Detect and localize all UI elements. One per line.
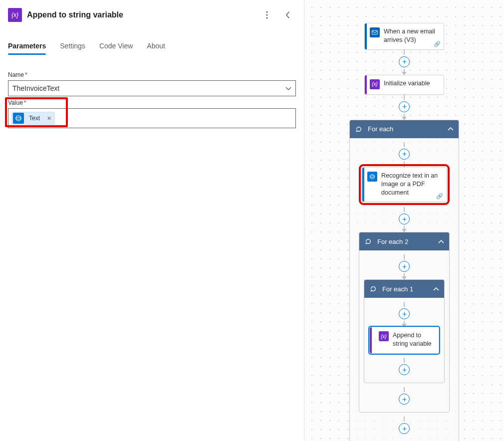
scope-title: For each 1 xyxy=(382,285,428,293)
chevron-down-icon xyxy=(285,84,291,92)
node-title: Recognize text in an image or a PDF docu… xyxy=(381,172,441,197)
tab-code-view[interactable]: Code View xyxy=(99,39,133,54)
value-field-label: Value* xyxy=(8,99,296,106)
tab-parameters[interactable]: Parameters xyxy=(8,39,46,54)
vertical-dots-icon xyxy=(266,11,268,19)
add-step-button[interactable]: ＋ xyxy=(399,56,410,67)
scope-for-each-1: For each 1 ＋ ⋮⋮ {x} xyxy=(364,279,445,383)
chevron-up-icon xyxy=(438,238,444,245)
add-step-button[interactable]: ＋ xyxy=(399,423,410,434)
name-field-label: Name* xyxy=(8,71,296,78)
link-icon: 🔗 xyxy=(434,41,441,47)
tab-about[interactable]: About xyxy=(147,39,165,54)
flow-canvas[interactable]: When a new email arrives (V3) 🔗 ＋ {x} In… xyxy=(304,0,504,441)
tab-settings[interactable]: Settings xyxy=(60,39,85,54)
flow-root: When a new email arrives (V3) 🔗 ＋ {x} In… xyxy=(354,23,454,441)
value-token-text[interactable]: Text ✕ xyxy=(11,112,55,125)
outlook-icon xyxy=(370,27,380,37)
add-step-button[interactable]: ＋ xyxy=(399,364,410,375)
more-options-button[interactable] xyxy=(259,7,275,23)
scope-for-each: For each ＋ Recognize text in an image or… xyxy=(349,120,459,441)
svg-rect-5 xyxy=(372,30,378,34)
value-field-input[interactable]: Text ✕ xyxy=(8,108,296,128)
variable-icon: {x} xyxy=(8,8,22,22)
cognitive-services-icon xyxy=(13,113,24,124)
node-title: Append to string variable xyxy=(393,331,434,348)
panel-title: Append to string variable xyxy=(27,10,254,19)
name-field-select[interactable]: TheInvoiceText xyxy=(8,80,296,96)
scope-title: For each 2 xyxy=(377,238,433,245)
cognitive-services-icon xyxy=(367,172,377,182)
panel-tabs: Parameters Settings Code View About xyxy=(8,39,296,54)
scope-title: For each xyxy=(368,125,443,133)
value-token-label: Text xyxy=(25,115,44,122)
action-config-panel: {x} Append to string variable Parameters… xyxy=(0,0,304,441)
svg-point-4 xyxy=(16,117,21,119)
variable-icon: {x} xyxy=(370,79,380,89)
chevron-up-icon xyxy=(433,285,439,293)
parameters-form: Name* TheInvoiceText Value* xyxy=(8,64,296,128)
node-title: When a new email arrives (V3) xyxy=(384,27,439,44)
svg-point-7 xyxy=(370,176,375,177)
node-recognize-text[interactable]: Recognize text in an image or a PDF docu… xyxy=(362,167,447,203)
add-step-button[interactable]: ＋ xyxy=(399,394,410,405)
svg-point-1 xyxy=(266,14,267,15)
scope-header-for-each-2[interactable]: For each 2 xyxy=(359,232,449,250)
loop-icon xyxy=(369,285,377,293)
scope-header-for-each[interactable]: For each xyxy=(350,120,459,138)
chevron-left-icon xyxy=(285,11,290,18)
node-email-trigger[interactable]: When a new email arrives (V3) 🔗 xyxy=(364,23,444,50)
loop-icon xyxy=(364,237,372,245)
add-step-button[interactable]: ＋ xyxy=(399,261,410,272)
svg-point-0 xyxy=(266,11,267,12)
node-append-to-string-variable[interactable]: ⋮⋮ {x} Append to string variable xyxy=(369,327,439,354)
node-title: Initialize variable xyxy=(384,79,430,88)
add-step-button[interactable]: ＋ xyxy=(399,214,410,224)
svg-point-6 xyxy=(370,174,375,179)
panel-header: {x} Append to string variable xyxy=(8,7,296,23)
node-initialize-variable[interactable]: {x} Initialize variable xyxy=(364,75,444,95)
add-step-button[interactable]: ＋ xyxy=(399,101,410,112)
value-token-remove[interactable]: ✕ xyxy=(44,115,54,122)
scope-for-each-2: For each 2 ＋ For e xyxy=(359,232,450,413)
add-step-button[interactable]: ＋ xyxy=(399,149,410,160)
collapse-panel-button[interactable] xyxy=(280,7,296,23)
add-step-button[interactable]: ＋ xyxy=(399,308,410,319)
loop-icon xyxy=(355,125,363,133)
svg-point-2 xyxy=(266,17,267,18)
name-field-value: TheInvoiceText xyxy=(12,84,59,92)
link-icon: 🔗 xyxy=(436,193,443,200)
svg-point-3 xyxy=(16,116,21,121)
drag-handle-icon[interactable]: ⋮⋮ xyxy=(373,338,382,343)
scope-header-for-each-1[interactable]: For each 1 xyxy=(364,280,444,298)
chevron-up-icon xyxy=(448,125,454,133)
